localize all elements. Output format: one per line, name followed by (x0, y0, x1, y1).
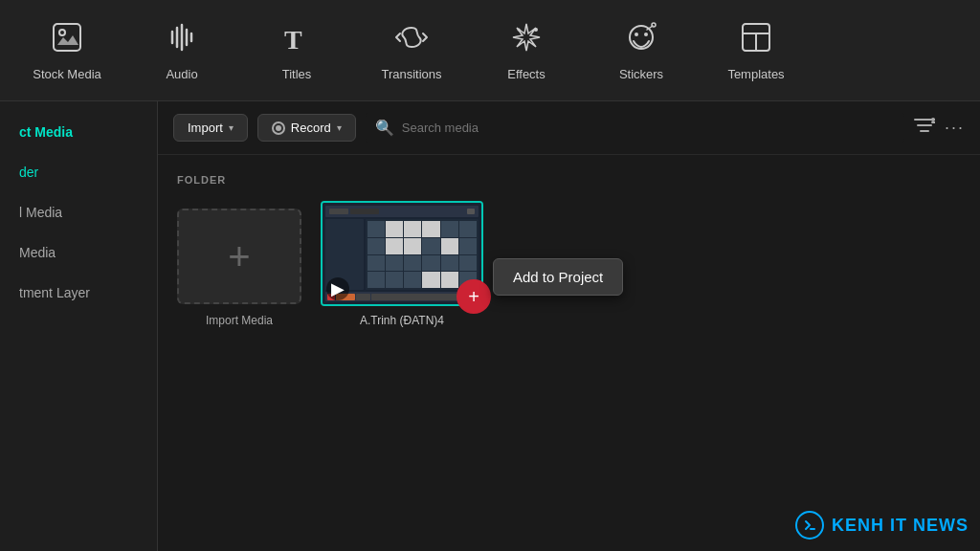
toolbar-audio-label: Audio (166, 67, 197, 81)
svg-point-5 (630, 26, 653, 49)
media-grid: FOLDER + Import Media (158, 155, 980, 551)
search-bar: 🔍 (366, 113, 904, 143)
toolbar-transitions-label: Transitions (381, 67, 441, 81)
toolbar-item-audio[interactable]: Audio (124, 8, 239, 94)
plus-add-icon: + (468, 287, 479, 306)
media-card[interactable]: ▶ + A.Trinh (ĐATN)4 Add to Project (321, 201, 483, 327)
toolbar-item-effects[interactable]: Effects (469, 8, 584, 94)
watermark: KENH IT NEWS (795, 511, 969, 540)
stock-media-icon (50, 20, 84, 59)
sidebar-item-all-media[interactable]: l Media (4, 193, 153, 231)
svg-point-3 (534, 28, 538, 32)
titles-icon: T (279, 20, 314, 59)
sidebar-item-media[interactable]: Media (4, 233, 153, 272)
toolbar-right: ··· (914, 117, 965, 139)
toolbar-stickers-label: Stickers (619, 67, 663, 81)
stickers-icon (624, 20, 658, 59)
search-input[interactable] (402, 121, 895, 135)
audio-icon (165, 20, 199, 59)
add-to-project-btn[interactable]: + (457, 279, 491, 314)
media-card-label: A.Trinh (ĐATN)4 (360, 314, 444, 327)
toolbar-stock-media-label: Stock Media (33, 67, 101, 81)
record-icon (272, 121, 285, 135)
top-toolbar: Stock Media Audio T Titles (0, 0, 980, 101)
toolbar-item-templates[interactable]: Templates (699, 8, 813, 94)
toolbar-item-transitions[interactable]: Transitions (354, 8, 469, 94)
grid-items: + Import Media (177, 201, 961, 327)
transitions-icon (394, 20, 429, 59)
record-label: Record (291, 121, 331, 135)
record-chevron-icon: ▾ (337, 122, 342, 133)
toolbar-titles-label: Titles (282, 67, 312, 81)
svg-rect-0 (54, 24, 80, 51)
templates-icon (739, 20, 773, 59)
sidebar: ct Media der l Media Media tment Layer (0, 101, 158, 551)
svg-point-7 (644, 33, 648, 36)
plus-icon: + (228, 235, 250, 278)
main-area: ct Media der l Media Media tment Layer I… (0, 101, 980, 551)
toolbar-item-stock-media[interactable]: Stock Media (10, 8, 124, 94)
effects-icon (509, 20, 544, 59)
import-card-box[interactable]: + (177, 209, 301, 304)
media-thumb: ▶ + (321, 201, 483, 306)
import-button[interactable]: Import ▾ (173, 114, 248, 142)
record-button[interactable]: Record ▾ (257, 114, 356, 142)
sidebar-item-adjustment[interactable]: tment Layer (4, 274, 153, 312)
add-to-project-tooltip: Add to Project (493, 258, 623, 296)
watermark-logo (795, 511, 824, 540)
more-options-icon[interactable]: ··· (945, 118, 965, 138)
toolbar-effects-label: Effects (507, 67, 546, 81)
import-media-label: Import Media (206, 314, 273, 327)
import-media-card[interactable]: + Import Media (177, 209, 301, 327)
watermark-text: KENH IT NEWS (832, 516, 969, 536)
svg-point-8 (652, 23, 656, 27)
toolbar-item-stickers[interactable]: Stickers (584, 8, 699, 94)
record-dot (276, 125, 281, 131)
sidebar-item-folder[interactable]: der (4, 153, 153, 191)
content-area: Import ▾ Record ▾ 🔍 (158, 101, 980, 551)
folder-label: FOLDER (177, 174, 961, 186)
action-bar: Import ▾ Record ▾ 🔍 (158, 101, 980, 155)
filter-icon[interactable] (914, 117, 935, 139)
svg-text:T: T (284, 25, 302, 55)
svg-point-1 (59, 30, 65, 35)
toolbar-templates-label: Templates (727, 67, 784, 81)
import-chevron-icon: ▾ (229, 122, 234, 133)
svg-point-6 (635, 33, 638, 36)
sidebar-title: ct Media (4, 113, 153, 151)
search-icon: 🔍 (375, 119, 394, 137)
svg-point-4 (518, 28, 521, 31)
svg-point-16 (931, 118, 935, 121)
import-label: Import (188, 121, 223, 135)
play-icon: ▶ (326, 277, 349, 300)
toolbar-item-titles[interactable]: T Titles (239, 8, 354, 94)
